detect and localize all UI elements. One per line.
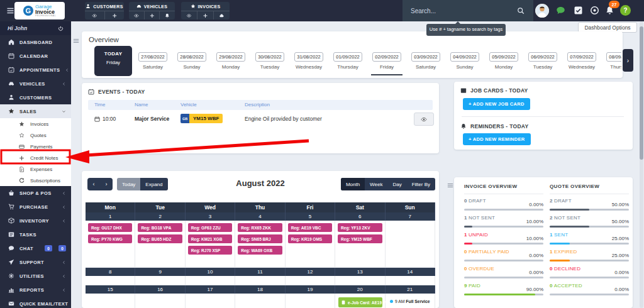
day-cell[interactable]: 9 AM Full Service [386,294,435,308]
sidebar-item-support[interactable]: SUPPORT [0,255,71,269]
calendar-view-day[interactable]: Day [387,178,406,190]
date-tab-27-08-2022[interactable]: 27/08/2022Saturday [133,46,172,76]
circle-dot-icon[interactable] [590,6,599,15]
vehicle-reg-entry[interactable]: Reg: SN65 BRJ [238,234,282,243]
date-tab-03-09-2022[interactable]: 03/09/2022Saturday [406,46,445,76]
date-tab-30-08-2022[interactable]: 30/08/2022Tuesday [250,46,289,76]
sidebar-item-appointments[interactable]: APPOINTMENTS [0,63,71,77]
vehicle-reg-entry[interactable]: Reg: GF63 ZZU [188,223,232,232]
sidebar-item-customers[interactable]: CUSTOMERS [0,91,71,104]
day-cell[interactable]: e-Job Card: AE19 V [335,294,385,308]
sidebar-item-sales[interactable]: SALES [0,104,71,118]
day-cell[interactable]: Reg: GF63 ZZUReg: KM21 XGBReg: RJ70 XSP [186,221,235,268]
day-number[interactable]: 15 [86,285,135,294]
date-tab-02-09-2022[interactable]: 02/09/2022Friday [367,46,406,76]
search-icon[interactable] [517,7,525,14]
sidebar-item-dashboard[interactable]: DASHBOARD [0,35,71,49]
cloud-icon[interactable] [213,11,230,19]
sidebar-subitem-subscriptions[interactable]: Subscriptions [0,175,71,186]
chat-icon[interactable] [556,6,565,15]
sidebar-item-chat[interactable]: CHAT00 [0,241,71,255]
day-number[interactable]: 7 [386,212,435,221]
date-tab-01-09-2022[interactable]: 01/09/2022Thursday [328,46,367,76]
sidebar-item-tasks[interactable]: TASKS [0,228,71,241]
eye-icon[interactable] [129,11,144,19]
day-cell[interactable] [186,276,235,285]
vehicle-reg-entry[interactable]: Reg: YF13 ZKV [338,223,382,232]
power-icon[interactable] [58,26,64,31]
day-number[interactable]: 14 [386,268,435,276]
vehicle-reg-entry[interactable]: Reg: BU65 HDZ [138,234,182,243]
vehicle-reg-entry[interactable]: Reg: YM15 WBF [338,234,382,243]
day-number[interactable]: 13 [335,268,385,276]
scrollbar-thumb[interactable] [640,26,643,160]
calendar-view-filter-by[interactable]: Filter By [407,178,435,190]
date-tab-29-08-2022[interactable]: 29/08/2022Monday [211,46,250,76]
day-number[interactable]: 8 [86,268,135,276]
day-cell[interactable] [386,221,435,268]
vehicle-reg-entry[interactable]: Reg: BG18 VPA [138,223,182,232]
day-number[interactable]: 10 [186,268,235,276]
vehicle-reg-entry[interactable]: Reg: GU17 DHX [88,223,132,232]
sidebar-item-shop-pos[interactable]: SHOP & POS [0,186,71,200]
day-number[interactable]: 16 [135,285,185,294]
sidebar-subitem-credit-notes[interactable]: Credit Notes [0,152,71,163]
day-cell[interactable] [386,276,435,285]
day-number[interactable]: 17 [186,285,235,294]
app-logo[interactable]: G Garage Invoice PROFESSIONAL [14,2,65,19]
date-tab-04-09-2022[interactable]: 04/09/2022Sunday [445,46,484,76]
eye-icon[interactable] [181,11,197,19]
day-cell[interactable]: Reg: GU17 DHXReg: PY70 KWG [86,221,135,268]
hamburger-menu-icon[interactable] [6,7,14,14]
vehicle-reg-entry[interactable]: Reg: WA69 OXB [238,246,282,255]
vehicle-reg-entry[interactable]: Reg: AE19 VBC [288,223,332,232]
date-tab-31-08-2022[interactable]: 31/08/2022Wednesday [289,46,328,76]
date-tab-07-09-2022[interactable]: 07/09/2022Wednesday [562,46,601,76]
plus-icon[interactable] [104,11,125,19]
calendar-view-week[interactable]: Week [365,178,387,190]
drag-handle-icon[interactable] [73,37,79,45]
day-number[interactable]: 5 [286,212,335,221]
day-cell[interactable]: Reg: BG18 VPAReg: BU65 HDZ [135,221,185,268]
day-cell[interactable]: Reg: RX65 ZKKReg: SN65 BRJReg: WA69 OXB [235,221,285,268]
calendar-view-month[interactable]: Month [341,178,365,190]
sidebar-item-inventory[interactable]: INVENTORY [0,214,71,228]
date-tab-today[interactable]: TODAYFriday [94,46,132,76]
day-number[interactable]: 11 [235,268,285,276]
day-number[interactable]: 9 [135,268,185,276]
date-tab-06-09-2022[interactable]: 06/09/2022Tuesday [523,46,562,76]
add-new-job-card-button[interactable]: + ADD NEW JOB CARD [463,98,530,110]
tabs-next-button[interactable]: › [623,49,633,72]
day-number[interactable]: 21 [386,285,435,294]
day-cell[interactable] [135,276,185,285]
day-number[interactable]: 3 [186,212,235,221]
add-new-reminder-button[interactable]: + ADD NEW REMINDER [463,133,531,145]
search-input[interactable] [402,7,513,15]
day-number[interactable]: 18 [235,285,285,294]
day-number[interactable]: 1 [86,212,135,221]
date-tab-08-09-2022[interactable]: 08/09/2022Thursday [601,46,621,76]
day-cell[interactable] [235,294,285,308]
sidebar-item-utilities[interactable]: UTILITIES [0,269,71,283]
eye-icon[interactable] [85,11,104,19]
day-number[interactable]: 19 [286,285,335,294]
day-number[interactable]: 4 [235,212,285,221]
day-cell[interactable]: Reg: AE19 VBCReg: KR19 OMS [286,221,335,268]
plus-icon[interactable] [197,11,213,19]
day-cell[interactable] [86,276,135,285]
vehicle-reg-entry[interactable]: Reg: KM21 XGB [188,234,232,243]
check-square-icon[interactable] [574,6,583,15]
sidebar-item-calendar[interactable]: CALENDAR [0,49,71,63]
date-tab-05-09-2022[interactable]: 05/09/2022Monday [484,46,523,76]
sidebar-subitem-payments[interactable]: Payments [0,141,71,152]
sidebar-item-quick-email-text[interactable]: QUICK EMAIL/TEXT [0,297,71,308]
view-event-button[interactable] [414,113,434,126]
vehicle-reg-entry[interactable]: Reg: PY70 KWG [88,234,132,243]
day-cell[interactable] [186,294,235,308]
sidebar-item-reports[interactable]: REPORTS [0,283,71,297]
day-cell[interactable]: Reg: YF13 ZKVReg: YM15 WBF [335,221,385,268]
e-job-card-entry[interactable]: e-Job Card: AE19 V [338,297,382,307]
day-number[interactable]: 6 [335,212,385,221]
day-cell[interactable] [235,276,285,285]
day-cell[interactable] [286,276,335,285]
